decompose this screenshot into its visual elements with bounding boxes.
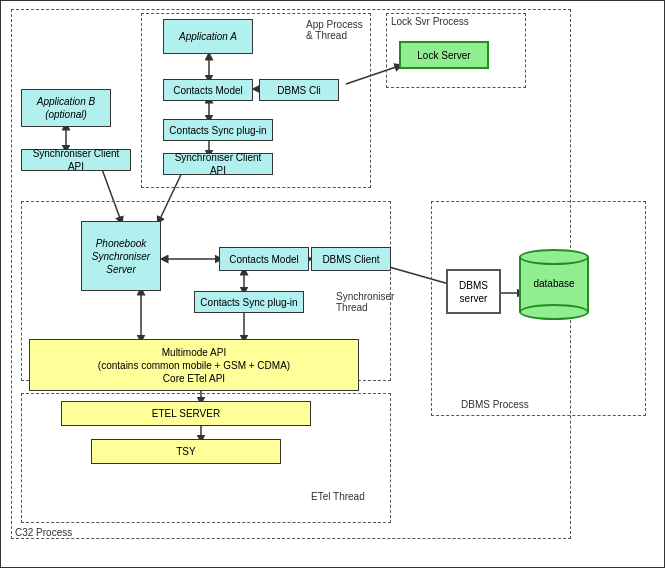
etel-thread-label: ETel Thread	[311, 491, 365, 502]
app-process-label: App Process & Thread	[306, 19, 363, 41]
cylinder-bottom	[519, 304, 589, 320]
multimode-api-box: Multimode API (contains common mobile + …	[29, 339, 359, 391]
application-b-box: Application B (optional)	[21, 89, 111, 127]
contacts-sync-mid-box: Contacts Sync plug-in	[194, 291, 304, 313]
sync-client-api-b-box: Synchroniser Client API	[21, 149, 131, 171]
contacts-sync-top-box: Contacts Sync plug-in	[163, 119, 273, 141]
c32-process-label: C32 Process	[15, 527, 72, 538]
architecture-diagram: C32 Process App Process & Thread Lock Sv…	[0, 0, 665, 568]
database-cylinder: database	[519, 249, 589, 320]
dbms-process-label: DBMS Process	[461, 399, 529, 410]
tsy-box: TSY	[91, 439, 281, 464]
dbms-cli-box: DBMS Cli	[259, 79, 339, 101]
application-a-box: Application A	[163, 19, 253, 54]
dbms-server-box: DBMS server	[446, 269, 501, 314]
sync-client-api-top-box: Synchroniser Client API	[163, 153, 273, 175]
etel-server-box: ETEL SERVER	[61, 401, 311, 426]
contacts-model-top-box: Contacts Model	[163, 79, 253, 101]
lock-svr-label: Lock Svr Process	[391, 16, 469, 27]
cylinder-top	[519, 249, 589, 265]
contacts-model-mid-box: Contacts Model	[219, 247, 309, 271]
lock-server-box: Lock Server	[399, 41, 489, 69]
phonebook-sync-server-box: Phonebook Synchroniser Server	[81, 221, 161, 291]
dbms-client-box: DBMS Client	[311, 247, 391, 271]
sync-thread-label: Synchroniser Thread	[336, 291, 394, 313]
